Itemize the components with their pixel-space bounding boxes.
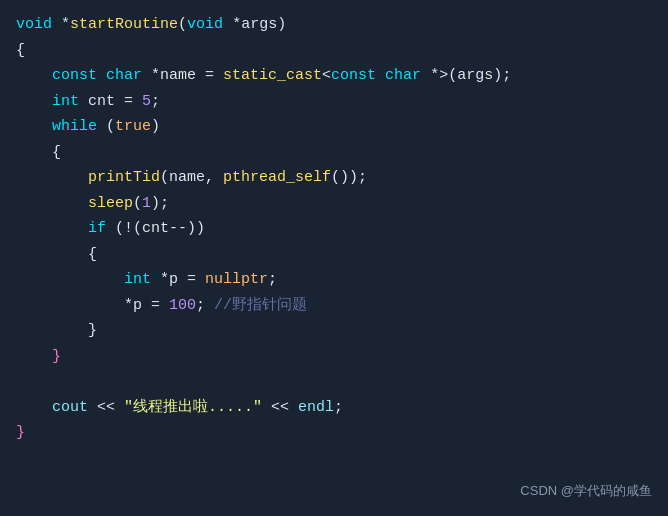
code-line-6: { <box>16 140 652 166</box>
code-line-14: } <box>16 344 652 370</box>
code-editor: void *startRoutine(void *args) { const c… <box>0 0 668 516</box>
code-line-3: const char *name = static_cast<const cha… <box>16 63 652 89</box>
code-line-9: if (!(cnt--)) <box>16 216 652 242</box>
code-line-1: void *startRoutine(void *args) <box>16 12 652 38</box>
code-line-16: cout << "线程推出啦....." << endl; <box>16 395 652 421</box>
code-line-8: sleep(1); <box>16 191 652 217</box>
code-line-2: { <box>16 38 652 64</box>
code-line-15 <box>16 369 652 395</box>
code-line-11: int *p = nullptr; <box>16 267 652 293</box>
code-line-13: } <box>16 318 652 344</box>
code-line-7: printTid(name, pthread_self()); <box>16 165 652 191</box>
watermark: CSDN @学代码的咸鱼 <box>520 480 652 502</box>
code-line-12: *p = 100; //野指针问题 <box>16 293 652 319</box>
code-line-5: while (true) <box>16 114 652 140</box>
code-line-17: } <box>16 420 652 446</box>
code-line-4: int cnt = 5; <box>16 89 652 115</box>
code-line-10: { <box>16 242 652 268</box>
